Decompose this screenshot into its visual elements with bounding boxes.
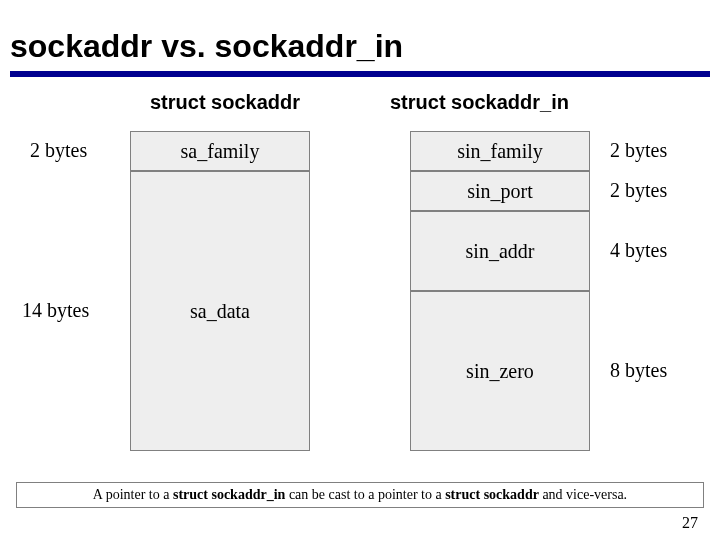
diagram-area: struct sockaddr struct sockaddr_in sa_fa… <box>10 91 710 461</box>
size-sin-zero: 8 bytes <box>610 359 667 382</box>
right-struct-header: struct sockaddr_in <box>390 91 569 114</box>
title-underline <box>10 71 710 77</box>
footnote: A pointer to a struct sockaddr_in can be… <box>16 482 704 508</box>
field-sin-port: sin_port <box>410 171 590 211</box>
size-sin-port: 2 bytes <box>610 179 667 202</box>
footnote-bold-2: struct sockaddr <box>445 487 539 502</box>
field-sin-addr: sin_addr <box>410 211 590 291</box>
size-sin-family: 2 bytes <box>610 139 667 162</box>
footnote-bold-1: struct sockaddr_in <box>173 487 285 502</box>
size-sa-data: 14 bytes <box>22 299 89 322</box>
footnote-text-1: A pointer to a <box>93 487 173 502</box>
footnote-text-3: and vice-versa. <box>539 487 627 502</box>
field-sa-data: sa_data <box>130 171 310 451</box>
size-sa-family: 2 bytes <box>30 139 87 162</box>
size-sin-addr: 4 bytes <box>610 239 667 262</box>
field-sa-family: sa_family <box>130 131 310 171</box>
field-sin-family: sin_family <box>410 131 590 171</box>
left-struct-header: struct sockaddr <box>150 91 300 114</box>
slide-title: sockaddr vs. sockaddr_in <box>0 0 720 71</box>
page-number: 27 <box>682 514 698 532</box>
field-sin-zero: sin_zero <box>410 291 590 451</box>
footnote-text-2: can be cast to a pointer to a <box>285 487 445 502</box>
